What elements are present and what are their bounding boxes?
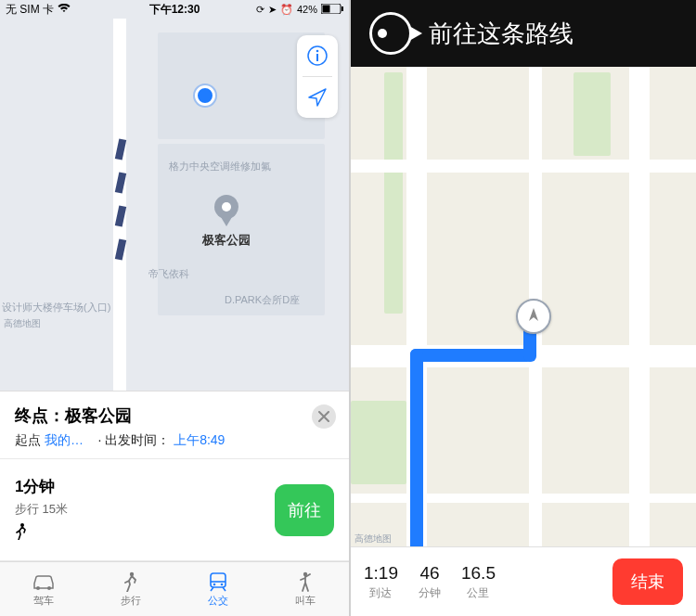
nav-instruction-banner: 前往这条路线 [351,0,696,67]
orientation-lock-icon: ⟳ [256,4,264,16]
current-location-dot [195,85,215,106]
locate-me-button[interactable] [297,77,338,118]
nav-instruction-text: 前往这条路线 [429,18,574,50]
route-option-card[interactable]: 1分钟 步行 15米 前往 [0,459,349,561]
svg-point-7 [36,586,40,590]
transport-mode-tabbar: 驾车 步行 公交 叫车 [0,561,349,616]
remaining-distance-stat: 16.5 公里 [461,563,496,601]
destination-pin-label: 极客公园 [202,232,251,249]
tab-walk[interactable]: 步行 [87,562,174,616]
map-poi-label: D.PARK会所D座 [225,293,300,307]
right-screenshot: 前往这条路线 高德地图 1:19 到达 [351,0,696,616]
end-navigation-button[interactable]: 结束 [612,558,683,605]
svg-point-12 [213,583,216,585]
map-poi-label: 设计师大楼停车场(入口) [2,301,110,314]
svg-point-13 [221,583,224,585]
tab-ridehail[interactable]: 叫车 [262,562,349,616]
close-sheet-button[interactable] [312,404,336,429]
origin-departure-line: 起点 我的… · 出发时间： 上午8:49 [15,432,334,449]
svg-rect-2 [342,6,343,11]
map-attribution: 高德地图 [4,317,41,330]
map-attribution: 高德地图 [354,533,392,545]
map-controls [297,35,338,118]
tab-drive[interactable]: 驾车 [0,562,87,616]
svg-rect-10 [211,573,226,587]
map-poi-label: 格力中央空调维修加氟 [169,160,271,173]
origin-link[interactable]: 我的… [45,432,84,447]
navigation-map-canvas[interactable]: 高德地图 [351,67,696,547]
battery-icon [321,4,343,16]
route-distance: 步行 15米 [15,501,68,518]
alarm-icon: ⏰ [280,4,293,16]
tab-transit[interactable]: 公交 [174,562,262,616]
left-screenshot: 格力中央空调维修加氟 帝飞依科 D.PARK会所D座 设计师大楼停车场(入口) … [0,0,351,616]
heading-indicator [516,299,551,334]
walk-icon [15,523,68,544]
svg-rect-1 [323,5,330,12]
battery-percent: 42% [297,4,317,15]
svg-rect-5 [316,54,318,61]
go-button[interactable]: 前往 [275,484,334,536]
departure-time-link[interactable]: 上午8:49 [174,432,225,447]
svg-point-8 [47,586,51,590]
destination-title: 终点：极客公园 [15,404,334,427]
status-bar: 无 SIM 卡 下午12:30 ⟳ ➤ ⏰ 42% [0,0,349,19]
route-sheet: 终点：极客公园 起点 我的… · 出发时间： 上午8:49 1分钟 步行 15米 [0,391,349,616]
remaining-minutes-stat: 46 分钟 [419,563,441,601]
wifi-icon [58,3,71,16]
map-poi-label: 帝飞依科 [148,267,189,281]
carrier-label: 无 SIM 卡 [6,2,54,18]
location-arrow-icon: ➤ [268,4,277,16]
destination-pin[interactable]: 极客公园 [202,195,251,249]
svg-point-4 [316,50,319,53]
proceed-to-route-icon [369,12,412,55]
route-duration: 1分钟 [15,476,68,497]
navigation-bottom-bar: 1:19 到达 46 分钟 16.5 公里 结束 [351,546,696,616]
arrival-time-stat: 1:19 到达 [364,563,398,601]
info-button[interactable] [297,35,338,76]
